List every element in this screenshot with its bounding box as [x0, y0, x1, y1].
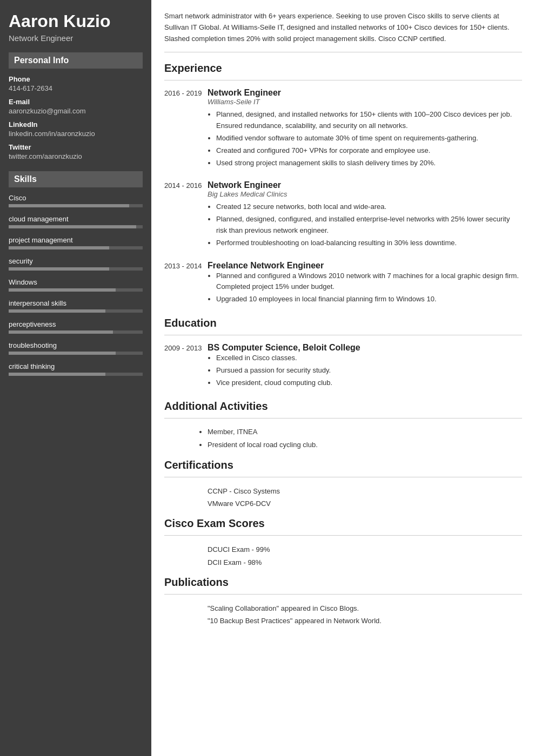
email-value: aaronzkuzio@gmail.com [9, 107, 143, 115]
skill-item: perceptiveness [9, 320, 143, 334]
skill-bar-bg [9, 267, 143, 271]
edu-bullets: Excelled in Cisco classes.Pursued a pass… [208, 353, 522, 388]
activity-item: Member, ITNEA [208, 426, 522, 438]
exp-bullets: Created 12 secure networks, both local a… [208, 201, 522, 248]
skill-bar-bg [9, 309, 143, 313]
publications-section: Publications "Scaling Collaboration" app… [164, 576, 522, 627]
skills-section: Skills Cisco cloud management project ma… [9, 171, 143, 376]
exam-score-item: DCII Exam - 98% [164, 556, 522, 569]
linkedin-value: linkedin.com/in/aaronzkuzio [9, 130, 143, 138]
edu-bullet: Vice president, cloud computing club. [216, 377, 522, 389]
edu-date: 2009 - 2013 [164, 343, 208, 389]
exp-bullet: Created and configured 700+ VPNs for cor… [216, 145, 522, 157]
experience-list: 2016 - 2019 Network Engineer Williams-Se… [164, 88, 522, 306]
education-section: Education 2009 - 2013 BS Computer Scienc… [164, 317, 522, 389]
exp-bullet: Planned, designed, configured, and insta… [216, 214, 522, 237]
skill-name: cloud management [9, 215, 143, 223]
skill-bar-fill [9, 225, 136, 228]
skill-item: critical thinking [9, 362, 143, 376]
certifications-header: Certifications [164, 459, 522, 471]
skill-item: cloud management [9, 215, 143, 228]
exp-bullet: Modified vendor software to automate 30%… [216, 133, 522, 144]
skill-name: perceptiveness [9, 320, 143, 328]
exp-date: 2016 - 2019 [164, 88, 208, 170]
experience-block: 2016 - 2019 Network Engineer Williams-Se… [164, 88, 522, 170]
exp-bullets: Planned and configured a Windows 2010 ne… [208, 271, 522, 305]
exp-date: 2013 - 2014 [164, 261, 208, 306]
skill-item: Cisco [9, 194, 143, 207]
twitter-label: Twitter [9, 143, 143, 151]
experience-header: Experience [164, 62, 522, 75]
activities-section: Additional Activities Member, ITNEAPresi… [164, 400, 522, 451]
twitter-value: twitter.com/aaronzkuzio [9, 152, 143, 160]
skill-bar-bg [9, 330, 143, 334]
experience-divider [164, 80, 522, 80]
skill-bar-bg [9, 225, 143, 228]
skill-bar-fill [9, 288, 116, 292]
personal-info-header: Personal Info [9, 52, 143, 69]
exam-scores-section: Cisco Exam Scores DCUCI Exam - 99%DCII E… [164, 517, 522, 569]
exp-bullet: Planned, designed, and installed network… [216, 109, 522, 132]
skill-bar-bg [9, 246, 143, 249]
skill-item: interpersonal skills [9, 299, 143, 313]
exp-bullet: Used strong project management skills to… [216, 158, 522, 169]
main-content: Smart network administrator with 6+ year… [151, 0, 535, 756]
phone-label: Phone [9, 75, 143, 83]
phone-value: 414-617-2634 [9, 84, 143, 92]
exp-content: Freelance Network Engineer Planned and c… [208, 261, 522, 306]
skills-header: Skills [9, 171, 143, 187]
exp-job-title: Network Engineer [208, 88, 522, 98]
certifications-divider [164, 477, 522, 477]
exam-scores-list: DCUCI Exam - 99%DCII Exam - 98% [164, 543, 522, 569]
skill-item: project management [9, 236, 143, 249]
exp-bullet: Upgraded 10 employees in local financial… [216, 294, 522, 305]
skill-name: critical thinking [9, 362, 143, 370]
skills-list: Cisco cloud management project managemen… [9, 194, 143, 376]
skill-name: troubleshooting [9, 341, 143, 349]
publications-list: "Scaling Collaboration" appeared in Cisc… [164, 602, 522, 627]
linkedin-label: LinkedIn [9, 120, 143, 129]
exp-content: Network Engineer Williams-Seile IT Plann… [208, 88, 522, 170]
skill-bar-fill [9, 330, 113, 334]
skill-bar-fill [9, 373, 105, 376]
exam-score-item: DCUCI Exam - 99% [164, 543, 522, 556]
experience-section: Experience 2016 - 2019 Network Engineer … [164, 62, 522, 306]
candidate-title: Network Engineer [9, 33, 143, 43]
skill-name: project management [9, 236, 143, 244]
exp-bullet: Created 12 secure networks, both local a… [216, 201, 522, 213]
experience-block: 2014 - 2016 Network Engineer Big Lakes M… [164, 180, 522, 249]
education-divider [164, 335, 522, 335]
skill-bar-bg [9, 373, 143, 376]
skill-bar-fill [9, 246, 109, 249]
skill-bar-fill [9, 352, 116, 355]
activities-header: Additional Activities [164, 400, 522, 413]
exp-job-title: Network Engineer [208, 180, 522, 190]
experience-block: 2013 - 2014 Freelance Network Engineer P… [164, 261, 522, 306]
certification-item: VMware VCP6-DCV [164, 497, 522, 510]
exp-date: 2014 - 2016 [164, 180, 208, 249]
edu-content: BS Computer Science, Beloit College Exce… [208, 343, 522, 389]
publication-item: "Scaling Collaboration" appeared in Cisc… [164, 602, 522, 615]
skill-item: troubleshooting [9, 341, 143, 355]
exp-company: Big Lakes Medical Clinics [208, 190, 522, 198]
exp-content: Network Engineer Big Lakes Medical Clini… [208, 180, 522, 249]
exp-company: Williams-Seile IT [208, 98, 522, 106]
certification-item: CCNP - Cisco Systems [164, 485, 522, 497]
activities-list: Member, ITNEAPresident of local road cyc… [164, 426, 522, 451]
education-block: 2009 - 2013 BS Computer Science, Beloit … [164, 343, 522, 389]
candidate-name: Aaron Kuzio [9, 11, 143, 31]
skill-bar-fill [9, 204, 129, 207]
exam-scores-divider [164, 535, 522, 536]
exam-scores-header: Cisco Exam Scores [164, 517, 522, 530]
publications-header: Publications [164, 576, 522, 589]
exp-bullets: Planned, designed, and installed network… [208, 109, 522, 168]
email-label: E-mail [9, 98, 143, 106]
skill-name: interpersonal skills [9, 299, 143, 307]
skill-name: Windows [9, 278, 143, 286]
publication-item: "10 Backup Best Practices" appeared in N… [164, 615, 522, 627]
skill-bar-bg [9, 352, 143, 355]
summary-text: Smart network administrator with 6+ year… [164, 11, 522, 52]
education-header: Education [164, 317, 522, 329]
activity-item: President of local road cycling club. [208, 439, 522, 451]
certifications-section: Certifications CCNP - Cisco SystemsVMwar… [164, 459, 522, 510]
